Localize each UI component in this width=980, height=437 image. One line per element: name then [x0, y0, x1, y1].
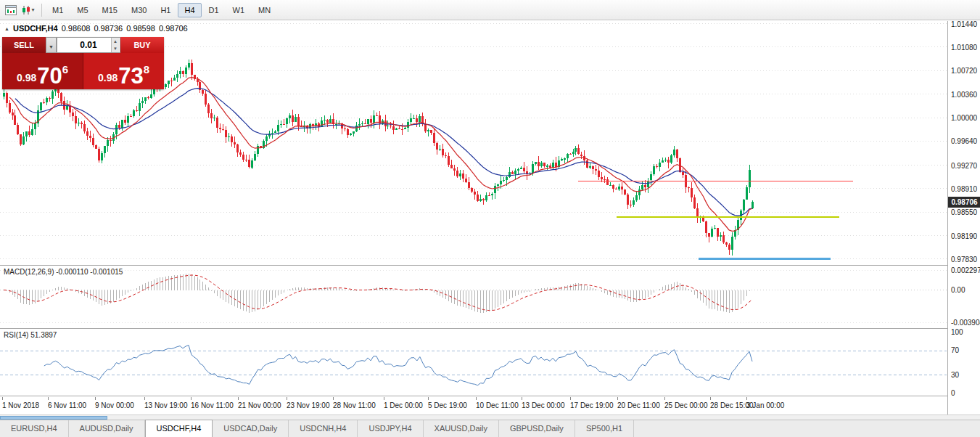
lot-increase-button[interactable]: ▲	[111, 38, 119, 45]
timeframe-button-h4[interactable]: H4	[178, 3, 201, 17]
chart-tab-audusd[interactable]: AUDUSD,Daily	[69, 420, 145, 437]
rsi-axis-label: 70	[951, 346, 959, 354]
caret-down-icon: ▾	[31, 7, 34, 13]
rsi-axis-label: 100	[951, 328, 963, 336]
chart-tab-eurusd[interactable]: EURUSD,H4	[0, 420, 69, 437]
chart-tab-xauusd[interactable]: XAUUSD,Daily	[424, 420, 499, 437]
price-axis-label: 0.98910	[951, 185, 977, 193]
ohlc-high: 0.98736	[94, 24, 123, 33]
timeframe-button-h1[interactable]: H1	[154, 3, 177, 17]
time-tick	[48, 397, 49, 400]
price-axis-label: 0.99640	[951, 137, 977, 145]
chart-tab-usdjpy[interactable]: USDJPY,H4	[358, 420, 423, 437]
chart-type-dropdown[interactable]: ▾	[20, 3, 36, 17]
lot-size-value: 0.01	[80, 40, 96, 50]
timeframe-button-mn[interactable]: MN	[252, 3, 277, 17]
price-chart-panel[interactable]: ▲ USDCHF,H4 0.98608 0.98736 0.98598 0.98…	[0, 21, 947, 266]
price-axis-label: 0.98190	[951, 232, 977, 240]
chart-tab-sp500[interactable]: SP500,H1	[575, 420, 634, 437]
macd-chart[interactable]	[0, 266, 947, 329]
time-tick	[384, 397, 384, 400]
time-tick	[476, 397, 477, 400]
time-axis-label: 20 Dec 11:00	[617, 401, 660, 409]
chart-tab-usdchf[interactable]: USDCHF,H4	[145, 420, 213, 437]
time-axis-label: 1 Dec 00:00	[384, 401, 423, 409]
timeframe-button-m1[interactable]: M1	[46, 3, 70, 17]
timeframe-button-m15[interactable]: M15	[96, 3, 124, 17]
time-axis-label: 6 Nov 11:00	[48, 401, 86, 409]
lot-size-field[interactable]: 0.01 ▲ ▼	[57, 37, 120, 53]
price-axis-label: 1.00720	[951, 67, 977, 75]
rsi-axis-label: 0	[951, 389, 955, 397]
current-price-badge: 0.98706	[948, 197, 980, 208]
price-axis-label: 0.99270	[951, 162, 977, 170]
lot-preset-dropdown[interactable]: ▼	[46, 37, 57, 53]
price-axis-label: 1.01080	[951, 44, 977, 52]
price-axis-label: 0.98550	[951, 208, 977, 216]
time-tick	[428, 397, 429, 400]
rsi-chart[interactable]	[0, 330, 947, 396]
chart-window-icon[interactable]	[3, 3, 19, 17]
candlestick-type-icon	[22, 5, 30, 15]
horizontal-scrollbar[interactable]	[0, 414, 980, 420]
macd-axis-label: -0.003904	[951, 319, 980, 327]
price-axis-label: 0.97830	[951, 256, 977, 264]
chart-window-glyph	[5, 5, 17, 15]
sell-button[interactable]: SELL	[2, 37, 46, 53]
time-tick	[617, 397, 618, 400]
price-axis-label: 1.00000	[951, 114, 977, 122]
symbol-marker-icon: ▲	[4, 26, 9, 31]
caret-down-icon: ▼	[49, 44, 54, 49]
time-axis-label: 16 Nov 11:00	[191, 401, 234, 409]
timeframes-toolbar: ▾ M1M5M15M30H1H4D1W1MN	[0, 0, 980, 20]
ohlc-low: 0.98598	[126, 24, 155, 33]
timeframe-buttons: M1M5M15M30H1H4D1W1MN	[46, 3, 278, 17]
chart-title: ▲ USDCHF,H4 0.98608 0.98736 0.98598 0.98…	[4, 24, 188, 33]
time-axis-label: 13 Dec 00:00	[522, 401, 565, 409]
time-tick	[287, 397, 287, 400]
timeframe-button-m5[interactable]: M5	[70, 3, 94, 17]
time-axis-label: 3 Jan 00:00	[746, 401, 784, 409]
trade-controls-row: SELL ▼ 0.01 ▲ ▼ BUY	[2, 37, 164, 53]
time-axis[interactable]: 1 Nov 20186 Nov 11:009 Nov 00:0013 Nov 1…	[0, 397, 947, 414]
trading-terminal: ▾ M1M5M15M30H1H4D1W1MN ▲ USDCHF,H4 0.986…	[0, 0, 980, 437]
time-tick	[2, 397, 3, 400]
time-axis-label: 28 Nov 11:00	[333, 401, 376, 409]
timeframe-button-m30[interactable]: M30	[125, 3, 153, 17]
rsi-indicator-panel[interactable]: RSI(14) 51.3897	[0, 330, 947, 396]
timeframe-button-w1[interactable]: W1	[226, 3, 252, 17]
time-tick	[664, 397, 665, 400]
buy-button[interactable]: BUY	[120, 37, 164, 53]
time-tick	[522, 397, 522, 400]
price-axis[interactable]: 1.014401.010801.007201.003601.000000.996…	[947, 21, 980, 414]
ohlc-close: 0.98706	[159, 24, 188, 33]
sell-price-big: 70	[37, 66, 62, 86]
time-tick	[238, 397, 239, 400]
time-axis-label: 1 Nov 2018	[2, 401, 39, 409]
buy-price-pip: 8	[144, 63, 149, 75]
toolbar-separator	[41, 4, 42, 17]
chart-tab-usdcad[interactable]: USDCAD,Daily	[213, 420, 289, 437]
lot-decrease-button[interactable]: ▼	[111, 45, 119, 52]
lot-spinner: ▲ ▼	[111, 38, 119, 52]
price-axis-label: 1.01440	[951, 20, 977, 28]
sell-price-pip: 6	[62, 63, 68, 75]
one-click-trading-panel: SELL ▼ 0.01 ▲ ▼ BUY 0.98 70 6	[2, 37, 164, 89]
rsi-axis-label: 30	[951, 371, 959, 379]
chart-tab-gbpusd[interactable]: GBPUSD,Daily	[499, 420, 575, 437]
time-tick	[144, 397, 145, 400]
buy-price-prefix: 0.98	[98, 72, 118, 83]
chart-tab-usdcnh[interactable]: USDCNH,H4	[289, 420, 358, 437]
macd-indicator-panel[interactable]: MACD(12,26,9) -0.000110 -0.001015	[0, 266, 947, 329]
timeframe-button-d1[interactable]: D1	[202, 3, 226, 17]
rsi-title: RSI(14) 51.3897	[4, 331, 57, 339]
time-tick	[333, 397, 334, 400]
time-tick	[570, 397, 571, 400]
buy-price-display[interactable]: 0.98 73 8	[83, 53, 164, 89]
price-axis-label: 1.00360	[951, 91, 977, 99]
time-axis-label: 25 Dec 00:00	[664, 401, 708, 409]
time-axis-label: 9 Nov 00:00	[95, 401, 134, 409]
chart-symbol: USDCHF,H4	[13, 24, 58, 33]
time-axis-label: 13 Nov 19:00	[144, 401, 188, 409]
sell-price-display[interactable]: 0.98 70 6	[2, 53, 83, 89]
